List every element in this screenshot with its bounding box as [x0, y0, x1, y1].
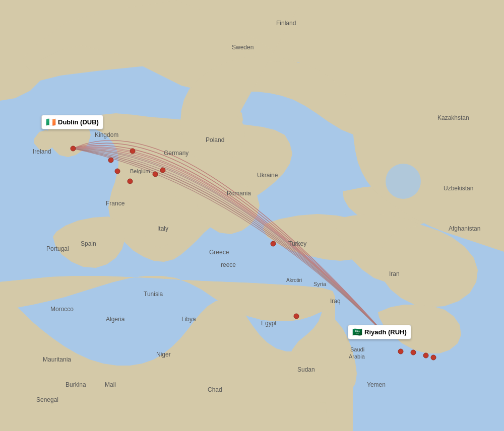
svg-text:Ireland: Ireland	[33, 148, 51, 155]
svg-text:Algeria: Algeria	[106, 316, 125, 323]
svg-point-8	[294, 314, 299, 319]
svg-text:Kazakhstan: Kazakhstan	[437, 114, 469, 121]
ireland-flag: 🇮🇪	[46, 117, 56, 127]
svg-text:reece: reece	[221, 261, 236, 268]
dublin-airport-label: 🇮🇪 Dublin (DUB)	[41, 115, 103, 129]
svg-text:Arabia: Arabia	[349, 353, 365, 360]
svg-text:Tunisia: Tunisia	[144, 291, 163, 298]
svg-text:Mauritania: Mauritania	[43, 356, 71, 363]
svg-text:Spain: Spain	[81, 240, 96, 247]
svg-text:Finland: Finland	[276, 20, 296, 27]
svg-point-13	[423, 353, 428, 358]
svg-text:Egypt: Egypt	[261, 320, 277, 327]
riyadh-airport-label: 🇸🇦 Riyadh (RUH)	[348, 325, 411, 339]
svg-point-2	[130, 149, 135, 154]
svg-text:Italy: Italy	[157, 225, 168, 232]
svg-text:Uzbekistan: Uzbekistan	[444, 185, 473, 192]
dublin-airport-text: Dublin (DUB)	[58, 118, 99, 126]
svg-text:Syria: Syria	[313, 281, 327, 287]
svg-text:Niger: Niger	[156, 351, 171, 358]
svg-text:Sweden: Sweden	[232, 44, 254, 51]
svg-point-7	[271, 241, 276, 246]
svg-text:Iran: Iran	[389, 270, 400, 277]
svg-point-53	[386, 164, 421, 199]
svg-text:Libya: Libya	[181, 316, 196, 323]
svg-text:Kingdom: Kingdom	[95, 131, 118, 138]
svg-text:France: France	[106, 200, 125, 207]
svg-point-3	[115, 169, 120, 174]
svg-text:Saudi: Saudi	[350, 346, 364, 352]
svg-text:Senegal: Senegal	[36, 396, 58, 403]
svg-text:Turkey: Turkey	[288, 240, 306, 247]
svg-point-1	[108, 158, 113, 163]
svg-point-14	[431, 355, 436, 360]
svg-text:Yemen: Yemen	[367, 381, 386, 388]
svg-text:Afghanistan: Afghanistan	[449, 225, 480, 232]
svg-text:Burkina: Burkina	[66, 381, 86, 388]
svg-text:Romania: Romania	[227, 190, 251, 197]
svg-text:Iraq: Iraq	[330, 298, 341, 305]
svg-text:Poland: Poland	[206, 136, 224, 143]
riyadh-airport-text: Riyadh (RUH)	[364, 328, 407, 336]
svg-point-5	[153, 172, 158, 177]
svg-text:Morocco: Morocco	[50, 306, 74, 313]
svg-point-12	[411, 350, 416, 355]
svg-text:Chad: Chad	[208, 386, 222, 393]
svg-text:Mali: Mali	[105, 381, 116, 388]
svg-point-11	[398, 349, 403, 354]
svg-point-6	[160, 168, 165, 173]
flight-map: Finland Sweden Kingdom Ireland France Be…	[0, 0, 504, 431]
svg-point-9	[71, 146, 76, 151]
svg-text:Akrotiri: Akrotiri	[286, 277, 302, 283]
svg-text:Greece: Greece	[209, 249, 229, 256]
svg-text:Belgium: Belgium	[130, 168, 150, 174]
map-container: Finland Sweden Kingdom Ireland France Be…	[0, 0, 504, 431]
svg-point-4	[128, 179, 133, 184]
svg-text:Germany: Germany	[164, 150, 188, 157]
svg-text:Portugal: Portugal	[46, 245, 69, 252]
svg-text:Sudan: Sudan	[297, 366, 315, 373]
saudi-flag: 🇸🇦	[352, 327, 362, 337]
svg-text:Ukraine: Ukraine	[257, 172, 278, 179]
